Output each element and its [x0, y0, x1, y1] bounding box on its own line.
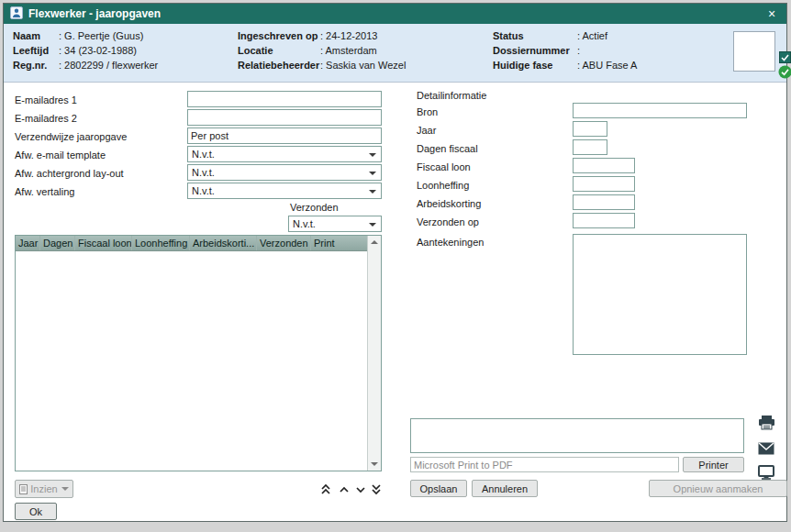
document-icon [19, 484, 28, 494]
verzendwijze-input[interactable] [187, 127, 382, 144]
verzonden-filter-value: N.v.t. [293, 218, 316, 229]
arbeidskorting-label: Arbeidskorting [417, 198, 481, 211]
printer-icon[interactable] [756, 414, 776, 432]
email1-label: E-mailadres 1 [15, 94, 77, 107]
flexwerker-jaaropgaven-window: Flexwerker - jaaropgaven × Naam: G. Peer… [3, 3, 787, 522]
info-value: : Saskia van Wezel [320, 60, 406, 71]
status-ok-icon [778, 65, 791, 79]
info-row-naam: Naam: G. Peertje (Guus) [13, 30, 143, 44]
email2-input[interactable] [187, 109, 382, 126]
print-document-field[interactable] [410, 418, 744, 453]
info-value: : G. Peertje (Guus) [59, 30, 143, 41]
info-value: : [577, 45, 580, 56]
photo-placeholder [733, 31, 775, 72]
jaaropgaven-table-header: Jaar Dagen Fiscaal loon Loonheffing Arbe… [16, 236, 381, 251]
info-value: : ABU Fase A [577, 60, 637, 71]
chevron-up-icon[interactable] [338, 482, 351, 496]
verzonden-op-label: Verzonden op [417, 216, 479, 229]
inzien-button[interactable]: Inzien [15, 480, 73, 498]
email-template-value: N.v.t. [192, 149, 215, 160]
verzonden-op-input[interactable] [573, 213, 635, 228]
col-arbeidskorting[interactable]: Arbeidskorti... [190, 236, 257, 250]
double-chevron-down-icon[interactable] [370, 482, 383, 496]
email1-input[interactable] [187, 91, 382, 107]
vertaling-label: Afw. vertaling [15, 186, 74, 199]
vertaling-select[interactable]: N.v.t. [187, 183, 382, 199]
dagen-fiscaal-input[interactable] [573, 139, 607, 155]
scroll-up-icon[interactable] [371, 240, 378, 244]
loonheffing-label: Loonheffing [417, 180, 469, 193]
verzendwijze-label: Verzendwijze jaaropgave [15, 131, 127, 144]
info-row-dossiernummer: Dossiernummer: [493, 45, 580, 59]
info-row-status: Status: Actief [493, 30, 607, 44]
chevron-down-icon [61, 487, 69, 494]
scroll-down-icon[interactable] [371, 462, 378, 466]
screen-preview-icon[interactable] [756, 464, 776, 481]
header-checkbox[interactable] [779, 51, 791, 63]
app-icon [10, 6, 23, 21]
col-loonheffing[interactable]: Loonheffing [132, 236, 190, 250]
info-label: Leeftijd [13, 45, 59, 56]
dagen-fiscaal-label: Dagen fiscaal [417, 143, 478, 156]
info-label: Locatie [238, 45, 320, 56]
info-value: : Amsterdam [320, 45, 377, 56]
jaar-input[interactable] [573, 121, 607, 137]
opnieuw-aanmaken-label: Opnieuw aanmaken [674, 483, 763, 494]
info-value: : Actief [577, 30, 607, 41]
info-row-huidige-fase: Huidige fase: ABU Fase A [493, 60, 637, 73]
info-label: Relatiebeheerder [238, 60, 320, 71]
ok-label: Ok [29, 506, 42, 517]
info-row-regnr: Reg.nr.: 2802299 / flexwerker [13, 60, 158, 73]
info-row-leeftijd: Leeftijd: 34 (23-02-1988) [13, 45, 137, 59]
double-chevron-up-icon[interactable] [319, 482, 332, 496]
close-icon[interactable]: × [763, 6, 780, 22]
loonheffing-input[interactable] [573, 176, 635, 192]
opslaan-label: Opslaan [420, 483, 458, 494]
info-value: : 24-12-2013 [320, 30, 377, 41]
col-dagen[interactable]: Dagen [40, 236, 75, 250]
col-fiscaal-loon[interactable]: Fiscaal loon [75, 236, 132, 250]
achtergrond-layout-select[interactable]: N.v.t. [187, 164, 382, 181]
info-label: Status [493, 30, 577, 41]
achtergrond-layout-label: Afw. achtergrond lay-out [15, 168, 124, 181]
col-print[interactable]: Print [311, 236, 367, 250]
annuleren-button[interactable]: Annuleren [472, 480, 538, 497]
achtergrond-layout-value: N.v.t. [192, 167, 215, 178]
jaaropgaven-table-body[interactable] [16, 251, 367, 471]
printer-select-button[interactable]: Printer [683, 457, 744, 472]
info-value: : 34 (23-02-1988) [59, 45, 137, 56]
bron-input[interactable] [573, 103, 747, 118]
info-label: Ingeschreven op [238, 30, 320, 41]
inzien-label: Inzien [30, 483, 57, 494]
fiscaal-loon-input[interactable] [573, 158, 635, 173]
col-verzonden[interactable]: Verzonden [257, 236, 311, 250]
chevron-down-nav-icon[interactable] [354, 482, 367, 496]
opslaan-button[interactable]: Opslaan [410, 480, 467, 497]
ok-button[interactable]: Ok [15, 503, 57, 520]
vertaling-value: N.v.t. [192, 185, 215, 196]
detail-section-title: Detailinformatie [417, 90, 486, 101]
fiscaal-loon-label: Fiscaal loon [417, 161, 471, 174]
info-row-ingeschreven: Ingeschreven op: 24-12-2013 [238, 30, 377, 44]
table-scrollbar[interactable] [367, 236, 381, 471]
info-label: Naam [13, 30, 59, 41]
opnieuw-aanmaken-button[interactable]: Opnieuw aanmaken [649, 480, 787, 497]
verzonden-filter-label: Verzonden [290, 202, 339, 215]
verzonden-filter-select[interactable]: N.v.t. [288, 216, 382, 232]
arbeidskorting-input[interactable] [573, 194, 635, 210]
printer-button-label: Printer [698, 460, 728, 471]
flexworker-info-header: Naam: G. Peertje (Guus) Leeftijd: 34 (23… [4, 24, 786, 83]
aantekeningen-label: Aantekeningen [417, 237, 484, 249]
info-label: Huidige fase [493, 60, 577, 71]
aantekeningen-textarea[interactable] [573, 234, 747, 355]
jaar-label: Jaar [417, 125, 436, 138]
printer-name-input[interactable] [410, 457, 679, 472]
info-value: : 2802299 / flexwerker [59, 60, 158, 71]
email-template-select[interactable]: N.v.t. [187, 146, 382, 162]
window-title: Flexwerker - jaaropgaven [28, 7, 758, 20]
info-row-relatiebeheerder: Relatiebeheerder: Saskia van Wezel [238, 60, 406, 73]
col-jaar[interactable]: Jaar [16, 236, 40, 250]
info-label: Reg.nr. [13, 60, 59, 71]
annuleren-label: Annuleren [482, 483, 528, 494]
email-envelope-icon[interactable] [756, 440, 776, 457]
